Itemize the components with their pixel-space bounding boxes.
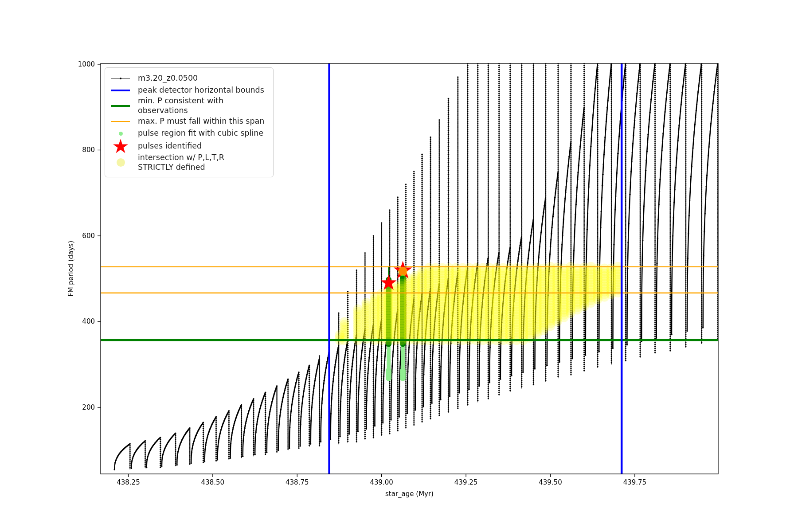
y-axis-title: FM period (days) (67, 241, 75, 297)
y-tick-label: 400 (82, 318, 95, 325)
legend-item: pulse region fit with cubic spline (110, 128, 267, 140)
legend-item: m3.20_z0.0500 (110, 72, 267, 84)
legend-item: ★pulses identified (110, 140, 267, 153)
legend-item: peak detector horizontal bounds (110, 84, 267, 96)
thick-blue-line-icon (110, 90, 131, 91)
x-tick-label: 438.25 (117, 479, 140, 486)
y-tick-label: 1000 (78, 61, 95, 67)
thick-green-line-icon (110, 105, 131, 107)
legend-box: m3.20_z0.0500peak detector horizontal bo… (105, 67, 274, 177)
x-tick-label: 438.50 (201, 479, 225, 486)
x-axis-title: star_age (Myr) (385, 490, 434, 498)
y-tick-label: 200 (82, 404, 95, 411)
legend-item-label: peak detector horizontal bounds (138, 86, 264, 95)
large-paleyellow-dot-icon (110, 158, 131, 167)
x-tick-label: 439.25 (454, 479, 478, 486)
legend-item-label: intersection w/ P,L,T,R STRICTLY defined (138, 153, 224, 172)
black-line-dot-marker-icon (110, 78, 131, 78)
y-tick-label: 600 (82, 232, 95, 239)
thin-orange-line-icon (110, 121, 131, 122)
legend-item: max. P must fall within this span (110, 116, 267, 128)
figure: 438.25438.50438.75439.00439.25439.50439.… (0, 0, 798, 532)
x-tick-label: 439.75 (623, 479, 647, 486)
legend-item-label: m3.20_z0.0500 (138, 74, 198, 83)
x-tick-label: 439.50 (539, 479, 562, 486)
legend-item-label: pulse region fit with cubic spline (138, 129, 263, 138)
legend-item: min. P consistent with observations (110, 96, 267, 116)
y-tick-label: 800 (82, 147, 95, 153)
x-tick-label: 439.00 (370, 479, 393, 486)
legend-item-label: max. P must fall within this span (138, 117, 264, 126)
legend-item-label: min. P consistent with observations (138, 96, 267, 116)
red-star-icon: ★ (110, 140, 131, 153)
legend-item: intersection w/ P,L,T,R STRICTLY defined (110, 153, 267, 172)
legend-item-label: pulses identified (138, 141, 202, 151)
x-tick-label: 438.75 (286, 479, 309, 486)
